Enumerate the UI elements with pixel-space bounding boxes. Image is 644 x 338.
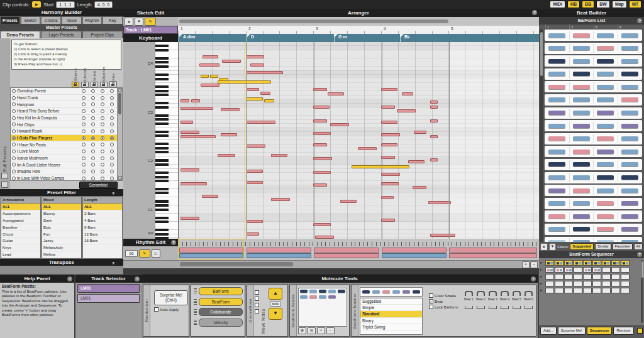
midi-note[interactable] [180, 135, 216, 138]
sequencer-cell[interactable] [611, 260, 620, 266]
list-up-button[interactable]: ▲ [540, 243, 548, 251]
sequencer-cell[interactable] [545, 260, 554, 266]
layer-radio[interactable] [101, 109, 104, 113]
midi-note[interactable] [221, 133, 237, 136]
midi-note[interactable] [247, 170, 263, 173]
layer-radio[interactable] [91, 89, 95, 93]
sequencer-cell[interactable] [602, 281, 611, 286]
sequencer-cell[interactable] [602, 267, 611, 273]
preset-radio[interactable] [12, 163, 16, 166]
track-row[interactable]: LM01 [77, 294, 140, 303]
midi-note[interactable] [201, 75, 209, 78]
midi-note[interactable] [397, 109, 416, 112]
layer-radio[interactable] [91, 96, 95, 100]
preset-row[interactable]: Hot Chips [11, 121, 118, 128]
palette-swatch-button[interactable] [637, 328, 643, 334]
tumbler-icon[interactable] [525, 291, 533, 296]
save-icon[interactable] [1, 182, 8, 188]
midi-note[interactable] [381, 196, 394, 199]
tab-presets[interactable]: Presets [0, 16, 20, 24]
sequencer-cell[interactable] [592, 274, 601, 280]
midi-note[interactable] [218, 80, 271, 84]
midi-note[interactable] [218, 154, 235, 157]
button-sequencer[interactable]: Sequencer [587, 327, 613, 335]
midi-note[interactable] [247, 97, 263, 101]
midi-note[interactable] [430, 158, 438, 161]
layer-radio[interactable] [101, 96, 104, 100]
tab-rhythm[interactable]: Rhythm [82, 16, 103, 24]
row-arrow-icon[interactable]: ▸ [540, 281, 545, 286]
sequencer-cell[interactable] [564, 267, 573, 273]
layer-radio[interactable] [101, 116, 104, 120]
layer-radio[interactable] [82, 143, 86, 146]
layer-radio[interactable] [101, 89, 104, 93]
sequencer-cell[interactable] [583, 281, 592, 286]
note-grid[interactable] [179, 42, 539, 239]
midi-note[interactable] [381, 133, 400, 136]
beatform-glyph[interactable] [300, 290, 308, 293]
auto-button[interactable]: auto [270, 301, 280, 307]
sequencer-cell[interactable] [555, 281, 564, 286]
copy-icon[interactable] [1, 173, 8, 179]
filter-item[interactable]: Dark [42, 217, 81, 224]
barform-item[interactable] [545, 224, 642, 235]
preset-row[interactable]: Gumdrop Forest [11, 88, 118, 95]
preset-row[interactable]: Im A Good Listen Hearer [11, 161, 118, 168]
preset-row[interactable]: Hey Kid Im A Computa [11, 115, 118, 122]
drag-handle-icon[interactable] [194, 288, 197, 294]
layer-radio[interactable] [82, 102, 86, 106]
row-arrow-icon[interactable]: ▸ [540, 274, 545, 280]
layer-radio[interactable] [110, 170, 114, 173]
midi-note[interactable] [201, 84, 219, 87]
bracket-icon[interactable] [477, 306, 485, 309]
layer-radio[interactable] [91, 102, 95, 106]
sequencer-cell[interactable] [555, 267, 564, 273]
chord-label[interactable]: A dim [183, 35, 195, 39]
midi-note[interactable] [247, 88, 259, 91]
sequencer-cell[interactable] [564, 260, 573, 266]
palette-zoom-in-icon[interactable]: ⊕ [298, 327, 306, 334]
filter-item[interactable]: Bassline [1, 224, 40, 231]
preset-list-scrollbar[interactable]: ▲ ▼ [117, 88, 122, 180]
filter-item[interactable]: ALL [1, 204, 40, 210]
subtab-layer-presets[interactable]: Layer Presets [41, 31, 81, 38]
barform-item[interactable] [545, 237, 642, 243]
preset-radio[interactable] [12, 177, 16, 180]
arranger-scroll-strip[interactable] [178, 17, 539, 26]
layer-radio[interactable] [101, 177, 104, 180]
filter-item[interactable]: Accompaniment [1, 210, 40, 217]
drag-handle-icon[interactable] [194, 320, 197, 325]
rhythm-grid-value[interactable]: 16 [125, 250, 138, 257]
midi-note[interactable] [202, 195, 218, 198]
sequencer-cell[interactable] [602, 274, 611, 280]
midi-note[interactable] [313, 88, 327, 91]
tumbler-option[interactable]: Binary [360, 318, 422, 324]
layer-radio[interactable] [82, 156, 86, 160]
rhythm-segment[interactable] [247, 248, 311, 253]
layer-radio[interactable] [82, 177, 86, 180]
sequencer-cell[interactable] [545, 274, 554, 280]
pencil-tool-button[interactable]: ✎ [145, 18, 156, 26]
layer-radio[interactable] [82, 109, 86, 113]
filter-item[interactable]: ALL [42, 204, 81, 210]
tumbler-icon[interactable] [513, 291, 521, 296]
track-row[interactable]: LM01 [77, 284, 140, 293]
piano-keyboard[interactable] [155, 42, 179, 239]
sequencer-cell[interactable] [555, 274, 564, 280]
beatform-glyph[interactable] [309, 290, 317, 293]
lock-button[interactable] [81, 82, 89, 87]
octave-up-button[interactable]: ▲ [125, 18, 133, 26]
sequencer-cell[interactable] [545, 267, 554, 273]
bracket-icon[interactable] [525, 306, 533, 309]
preset-row[interactable]: Hangman [11, 101, 118, 108]
midi-note[interactable] [210, 75, 218, 78]
hscroll-thumb[interactable] [180, 262, 293, 266]
midi-note[interactable] [430, 135, 438, 138]
sequencer-cell[interactable] [555, 260, 564, 266]
midi-note[interactable] [313, 132, 331, 135]
tab-chords[interactable]: Chords [41, 16, 61, 24]
sequencer-cell[interactable] [592, 281, 601, 286]
barform-item[interactable] [545, 55, 642, 67]
bar-ruler[interactable]: 12345 [178, 26, 539, 35]
midi-note[interactable] [381, 143, 397, 146]
